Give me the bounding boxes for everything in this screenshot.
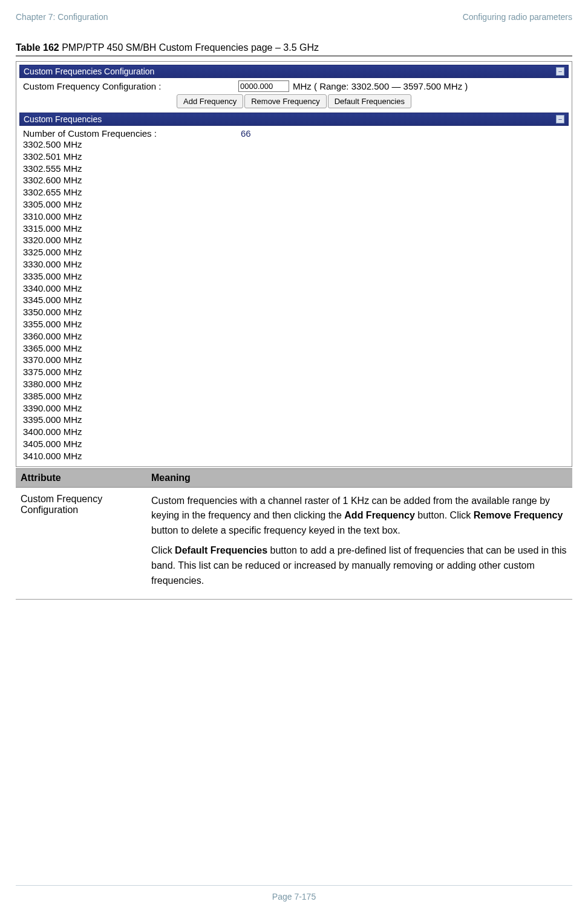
frequency-input[interactable]: [238, 80, 289, 92]
frequency-item: 3350.000 MHz: [23, 306, 565, 318]
attribute-header: Attribute: [16, 468, 146, 487]
embedded-ui: Custom Frequencies Configuration – Custo…: [16, 61, 572, 467]
frequency-item: 3375.000 MHz: [23, 366, 565, 378]
frequency-item: 3340.000 MHz: [23, 283, 565, 295]
frequency-item: 3310.000 MHz: [23, 211, 565, 223]
config-section-title: Custom Frequencies Configuration: [24, 67, 154, 76]
caption-prefix: Table 162: [16, 42, 59, 53]
default-frequencies-button[interactable]: Default Frequencies: [328, 94, 411, 108]
meaning-header: Meaning: [146, 468, 572, 487]
frequency-item: 3302.555 MHz: [23, 163, 565, 175]
meaning-bold: Add Frequency: [344, 510, 414, 520]
frequencies-section-header: Custom Frequencies –: [19, 113, 569, 126]
frequency-count-value: 66: [241, 128, 251, 139]
frequency-item: 3302.500 MHz: [23, 139, 565, 151]
config-section-header: Custom Frequencies Configuration –: [19, 65, 569, 78]
attribute-cell: Custom Frequency Configuration: [16, 487, 146, 600]
remove-frequency-button[interactable]: Remove Frequency: [244, 94, 326, 108]
frequency-item: 3305.000 MHz: [23, 198, 565, 211]
attribute-table: Attribute Meaning Custom Frequency Confi…: [16, 468, 572, 600]
collapse-icon[interactable]: –: [556, 115, 564, 123]
frequency-item: 3325.000 MHz: [23, 246, 565, 258]
frequency-item: 3385.000 MHz: [23, 390, 565, 402]
header-left: Chapter 7: Configuration: [16, 12, 108, 22]
meaning-bold: Default Frequencies: [175, 545, 267, 555]
frequency-count-label: Number of Custom Frequencies :: [23, 128, 241, 139]
frequency-item: 3380.000 MHz: [23, 378, 565, 390]
page-number: Page 7-175: [16, 885, 572, 901]
add-frequency-button[interactable]: Add Frequency: [177, 94, 243, 108]
frequency-item: 3345.000 MHz: [23, 294, 565, 306]
frequency-item: 3360.000 MHz: [23, 330, 565, 342]
config-label: Custom Frequency Configuration :: [23, 81, 235, 91]
meaning-cell: Custom frequencies with a channel raster…: [146, 487, 572, 600]
frequency-item: 3400.000 MHz: [23, 426, 565, 438]
frequency-item: 3302.600 MHz: [23, 174, 565, 186]
frequency-item: 3302.655 MHz: [23, 186, 565, 198]
frequency-unit-text: MHz ( Range: 3302.500 — 3597.500 MHz ): [293, 81, 468, 91]
collapse-icon[interactable]: –: [556, 67, 564, 76]
frequency-item: 3320.000 MHz: [23, 234, 565, 246]
caption-divider: [16, 56, 572, 56]
frequency-item: 3330.000 MHz: [23, 258, 565, 270]
frequency-item: 3315.000 MHz: [23, 223, 565, 235]
table-row: Custom Frequency Configuration Custom fr…: [16, 487, 572, 600]
frequency-item: 3365.000 MHz: [23, 342, 565, 355]
meaning-text: Click: [151, 545, 175, 555]
meaning-text: button. Click: [415, 510, 474, 520]
frequencies-section-title: Custom Frequencies: [24, 114, 102, 124]
meaning-bold: Remove Frequency: [474, 510, 563, 520]
caption-rest: PMP/PTP 450 SM/BH Custom Frequencies pag…: [59, 42, 319, 53]
frequency-item: 3405.000 MHz: [23, 438, 565, 450]
frequency-item: 3410.000 MHz: [23, 450, 565, 462]
frequency-item: 3302.501 MHz: [23, 151, 565, 163]
table-caption: Table 162 PMP/PTP 450 SM/BH Custom Frequ…: [16, 42, 572, 53]
frequency-item: 3355.000 MHz: [23, 318, 565, 330]
meaning-text: button to delete a specific frequency ke…: [151, 525, 400, 535]
frequency-item: 3395.000 MHz: [23, 414, 565, 426]
frequency-item: 3335.000 MHz: [23, 270, 565, 283]
header-right: Configuring radio parameters: [463, 12, 572, 22]
config-section: Custom Frequencies Configuration – Custo…: [19, 65, 569, 110]
frequency-item: 3390.000 MHz: [23, 402, 565, 414]
frequencies-section: Custom Frequencies – Number of Custom Fr…: [19, 113, 569, 463]
page-header: Chapter 7: Configuration Configuring rad…: [16, 12, 572, 22]
frequency-item: 3370.000 MHz: [23, 354, 565, 366]
frequency-list: 3302.500 MHz3302.501 MHz3302.555 MHz3302…: [23, 139, 565, 462]
